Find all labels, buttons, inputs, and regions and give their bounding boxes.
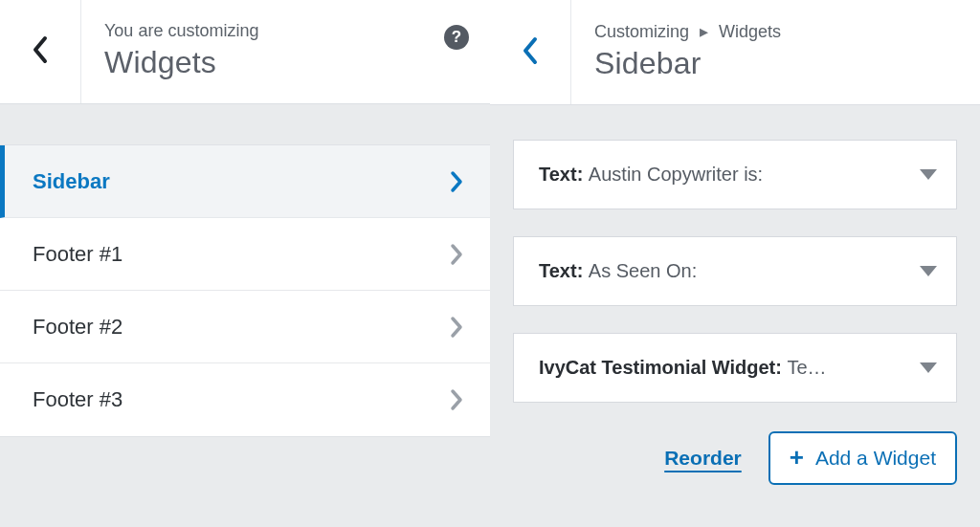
- caret-down-icon: [920, 169, 937, 180]
- widget-item[interactable]: Text: As Seen On:: [513, 236, 957, 306]
- chevron-right-icon: [450, 388, 463, 411]
- header-left: You are customizing Widgets ?: [0, 0, 490, 104]
- widget-type: IvyCat Testimonial Widget: [539, 357, 775, 378]
- breadcrumb-separator-icon: ▸: [694, 22, 714, 41]
- widget-item[interactable]: IvyCat Testimonial Widget: Te…: [513, 333, 957, 403]
- area-label: Footer #2: [33, 315, 122, 340]
- widget-title: Te…: [787, 357, 826, 378]
- area-row-footer-1[interactable]: Footer #1: [0, 218, 490, 291]
- add-widget-button[interactable]: + Add a Widget: [768, 431, 957, 485]
- back-button[interactable]: [490, 0, 571, 104]
- area-row-footer-2[interactable]: Footer #2: [0, 291, 490, 363]
- page-title: Widgets: [104, 45, 469, 80]
- reorder-link[interactable]: Reorder: [664, 447, 742, 470]
- area-row-sidebar[interactable]: Sidebar: [0, 145, 490, 218]
- chevron-left-icon: [32, 35, 49, 68]
- widget-list: Text: Austin Copywriter is: Text: As See…: [490, 105, 980, 422]
- widget-type: Text: [539, 260, 577, 281]
- breadcrumb-parent: Customizing: [594, 22, 689, 41]
- help-icon[interactable]: ?: [444, 25, 469, 50]
- widget-item[interactable]: Text: Austin Copywriter is:: [513, 140, 957, 209]
- chevron-right-icon: [450, 243, 463, 266]
- caret-down-icon: [920, 362, 937, 373]
- panel-widget-areas: You are customizing Widgets ? Sidebar Fo…: [0, 0, 490, 527]
- breadcrumb-current: Widgets: [719, 22, 781, 41]
- back-button[interactable]: [0, 0, 81, 103]
- eyebrow-text: You are customizing: [104, 21, 469, 41]
- widget-type: Text: [539, 164, 577, 185]
- breadcrumb: Customizing ▸ Widgets: [594, 21, 959, 42]
- widget-label: Text: Austin Copywriter is:: [539, 164, 763, 186]
- widget-actions: Reorder + Add a Widget: [490, 431, 980, 485]
- header-body: Customizing ▸ Widgets Sidebar: [571, 0, 980, 104]
- area-label: Footer #3: [33, 387, 122, 412]
- chevron-left-icon: [522, 36, 539, 69]
- header-body: You are customizing Widgets ?: [81, 0, 490, 103]
- area-label: Footer #1: [33, 242, 122, 267]
- widget-area-list: Sidebar Footer #1 Footer #2 Footer #3: [0, 144, 490, 437]
- header-right: Customizing ▸ Widgets Sidebar: [490, 0, 980, 105]
- caret-down-icon: [920, 266, 937, 276]
- widget-title: Austin Copywriter is:: [589, 164, 763, 185]
- page-title: Sidebar: [594, 46, 959, 81]
- area-label: Sidebar: [33, 169, 110, 194]
- widget-label: IvyCat Testimonial Widget: Te…: [539, 357, 827, 379]
- chevron-right-icon: [450, 316, 463, 339]
- widget-label: Text: As Seen On:: [539, 260, 697, 282]
- add-widget-label: Add a Widget: [815, 447, 936, 470]
- area-row-footer-3[interactable]: Footer #3: [0, 363, 490, 436]
- plus-icon: +: [790, 450, 804, 466]
- chevron-right-icon: [450, 170, 463, 193]
- spacer: [0, 104, 490, 144]
- widget-title: As Seen On:: [589, 260, 697, 281]
- panel-sidebar-widgets: Customizing ▸ Widgets Sidebar Text: Aust…: [490, 0, 980, 527]
